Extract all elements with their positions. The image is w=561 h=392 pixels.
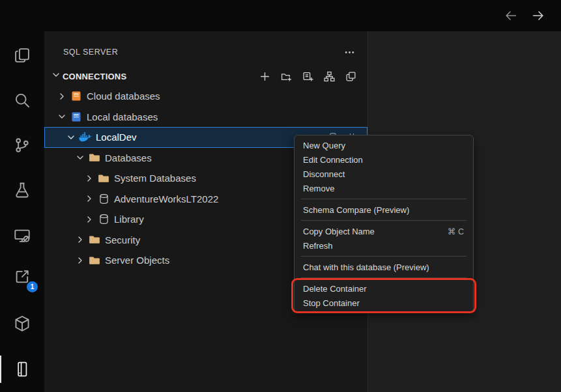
tree-item-label: Library [114, 214, 144, 225]
folder-icon [87, 232, 102, 247]
menu-group-connection: New Query Edit Connection Disconnect Rem… [295, 138, 473, 195]
chevron-down-icon[interactable] [64, 130, 78, 145]
chevron-right-icon[interactable] [73, 232, 87, 247]
connections-label: CONNECTIONS [63, 72, 126, 81]
menu-item-chat-database[interactable]: Chat with this database (Preview) [295, 260, 473, 274]
menu-separator [301, 256, 467, 257]
menu-item-label: Disconnect [303, 169, 345, 179]
menu-separator [301, 277, 467, 278]
chevron-down-icon[interactable] [51, 70, 61, 83]
database-icon [96, 191, 111, 206]
menu-item-label: Chat with this database (Preview) [303, 262, 429, 272]
tree-item-local-databases[interactable]: Local databases [44, 107, 367, 128]
beaker-icon[interactable] [0, 175, 44, 206]
chevron-down-icon[interactable] [55, 109, 69, 124]
tree-item-label: Server Objects [105, 255, 169, 266]
add-connection-icon[interactable] [258, 70, 271, 83]
titlebar [0, 0, 561, 31]
menu-item-copy-object-name[interactable]: Copy Object Name ⌘ C [295, 224, 473, 238]
tree-item-label: Cloud databases [87, 91, 160, 102]
chevron-right-icon[interactable] [55, 89, 69, 104]
vscode-window: 1 SQL SERVER CONNECTIONS [0, 0, 561, 392]
menu-item-stop-container[interactable]: Stop Container [295, 296, 473, 310]
sidebar-title: SQL SERVER [63, 48, 118, 57]
tree-item-label: System Databases [114, 173, 196, 184]
chevron-right-icon[interactable] [82, 171, 96, 186]
menu-item-new-query[interactable]: New Query [295, 138, 473, 152]
activity-bar: 1 [0, 31, 44, 392]
connections-section-header[interactable]: CONNECTIONS [44, 66, 367, 86]
tree-item-label: Local databases [87, 111, 158, 122]
menu-item-label: Remove [303, 184, 334, 193]
menu-item-edit-connection[interactable]: Edit Connection [295, 152, 473, 167]
cloud-databases-icon [69, 89, 83, 104]
docker-whale-icon [78, 130, 93, 145]
menu-item-delete-container[interactable]: Delete Container [295, 281, 473, 296]
menu-group-object: Copy Object Name ⌘ C Refresh [295, 224, 473, 253]
context-menu: New Query Edit Connection Disconnect Rem… [294, 135, 474, 313]
new-deployment-icon[interactable] [301, 70, 314, 83]
menu-separator [301, 199, 467, 199]
back-arrow-icon[interactable] [502, 7, 519, 24]
tree-item-cloud-databases[interactable]: Cloud databases [44, 86, 367, 107]
more-actions-icon[interactable] [341, 44, 357, 60]
folder-icon [87, 150, 102, 165]
menu-item-disconnect[interactable]: Disconnect [295, 167, 473, 181]
connections-toolbar [258, 70, 357, 83]
sidebar-header: SQL SERVER [44, 31, 367, 66]
menu-item-label: Copy Object Name [303, 227, 375, 236]
menu-group-container-annotated: Delete Container Stop Container [295, 281, 473, 310]
tree-item-label: AdventureWorksLT2022 [114, 193, 218, 204]
chevron-right-icon[interactable] [73, 253, 87, 268]
folder-icon [96, 171, 111, 186]
menu-group-schema: Schema Compare (Preview) [295, 203, 473, 217]
database-icon [96, 212, 111, 227]
menu-separator [301, 220, 467, 221]
search-icon[interactable] [0, 85, 44, 116]
chevron-right-icon[interactable] [82, 191, 96, 206]
folder-icon [87, 253, 102, 268]
sql-server-icon[interactable] [0, 354, 44, 385]
source-control-icon[interactable] [0, 130, 44, 161]
menu-item-label: Schema Compare (Preview) [303, 205, 409, 215]
menu-group-chat: Chat with this database (Preview) [295, 260, 473, 274]
open-external-icon[interactable]: 1 [0, 261, 44, 292]
tree-item-label: Databases [105, 152, 152, 163]
tree-item-label: LocalDev [96, 132, 137, 143]
menu-item-label: New Query [303, 141, 345, 150]
nav-arrows [502, 7, 547, 24]
menu-item-label: Edit Connection [303, 155, 363, 165]
chevron-down-icon[interactable] [73, 150, 87, 165]
menu-item-refresh[interactable]: Refresh [295, 238, 473, 253]
new-connection-group-icon[interactable] [280, 70, 293, 83]
package-cube-icon[interactable] [0, 308, 44, 339]
duplicate-icon[interactable] [344, 70, 357, 83]
menu-item-label: Delete Container [303, 284, 367, 294]
menu-item-label: Stop Container [303, 298, 360, 308]
menu-item-label: Refresh [303, 241, 333, 251]
notification-badge: 1 [27, 281, 38, 292]
chevron-right-icon[interactable] [82, 212, 96, 227]
menu-item-remove[interactable]: Remove [295, 181, 473, 195]
hierarchy-icon[interactable] [323, 70, 336, 83]
menu-item-shortcut: ⌘ C [448, 227, 464, 236]
copy-pages-icon[interactable] [0, 40, 44, 71]
tree-item-label: Security [105, 234, 140, 245]
remote-monitor-icon[interactable] [0, 220, 44, 251]
forward-arrow-icon[interactable] [530, 7, 547, 24]
menu-item-schema-compare[interactable]: Schema Compare (Preview) [295, 203, 473, 217]
local-databases-icon [69, 109, 83, 124]
